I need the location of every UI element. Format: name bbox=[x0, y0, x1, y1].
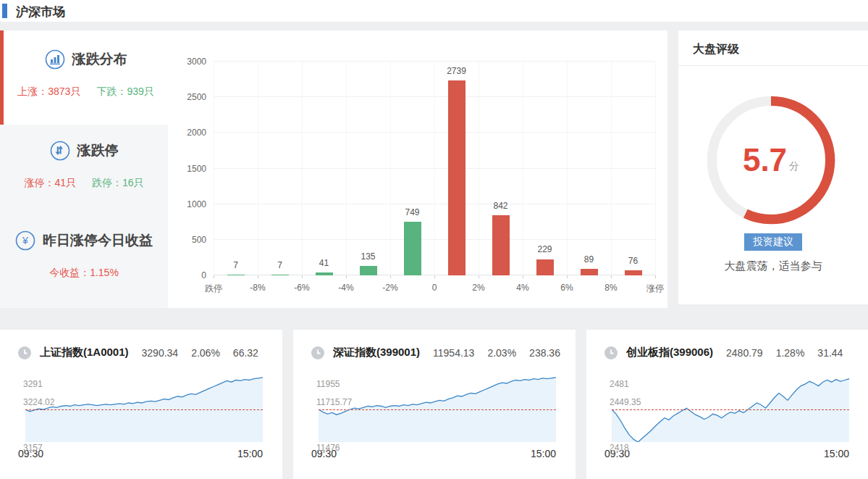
rise-fall-section[interactable]: 涨跌分布 上涨：3873只 下跌：939只 bbox=[0, 30, 168, 125]
y-axis-bottom-label: 2418 bbox=[610, 443, 629, 453]
limit-down-count: 跌停：16只 bbox=[92, 177, 144, 190]
prev-close-line bbox=[612, 409, 849, 410]
bar-chart-y-axis: 050010001500200025003000 bbox=[168, 62, 214, 275]
bar-value-label: 41 bbox=[319, 258, 329, 268]
prev-close-label: 2449.35 bbox=[610, 397, 641, 407]
svg-text:¥: ¥ bbox=[22, 235, 28, 246]
vertical-gridline bbox=[611, 62, 612, 275]
index-price: 11954.13 bbox=[433, 347, 474, 359]
bar bbox=[227, 275, 245, 275]
x-tick-label: 6% bbox=[560, 283, 573, 293]
bar-value-label: 842 bbox=[493, 201, 507, 211]
prev-close-label: 3224.02 bbox=[23, 397, 54, 407]
y-axis-bottom-label: 3157 bbox=[23, 443, 43, 453]
y-tick-label: 500 bbox=[192, 235, 206, 245]
distribution-card: 涨跌分布 上涨：3873只 下跌：939只 bbox=[0, 30, 667, 308]
x-tick-mark bbox=[611, 275, 612, 278]
yesterday-limit-section[interactable]: ¥ 昨日涨停今日收益 今收益：1.15% bbox=[0, 230, 168, 280]
section-title: 昨日涨停今日收益 bbox=[43, 231, 153, 250]
clock-icon bbox=[604, 346, 618, 359]
x-tick-mark bbox=[390, 275, 391, 278]
clock-icon bbox=[311, 346, 324, 359]
sh-index-card[interactable]: 上证指数(1A0001) 3290.34 2.06% 66.32 3291 32… bbox=[0, 330, 282, 479]
bar-value-label: 229 bbox=[537, 244, 552, 254]
stats-panel-lower: 涨跌停 涨停：41只 跌停：16只 ¥ bbox=[0, 125, 168, 308]
y-tick-label: 1500 bbox=[187, 164, 206, 174]
index-change-percent: 2.06% bbox=[191, 347, 220, 359]
bar bbox=[271, 275, 289, 275]
x-tick-mark bbox=[258, 275, 258, 278]
vertical-gridline bbox=[655, 62, 656, 275]
vertical-gridline bbox=[523, 62, 523, 275]
bar-value-label: 7 bbox=[277, 260, 282, 270]
time-close-label: 15:00 bbox=[531, 448, 556, 459]
limit-section[interactable]: 涨跌停 涨停：41只 跌停：16只 bbox=[0, 141, 168, 190]
market-rating-card: 大盘评级 5.7 分 投资建议 大盘震荡，适当参与 bbox=[678, 30, 868, 304]
prev-close-line bbox=[25, 409, 263, 410]
market-dashboard: 沪深市场 涨跌分布 bbox=[0, 0, 868, 479]
bar-value-label: 749 bbox=[405, 207, 419, 217]
sh-index-chart: 3291 3224.02 3157 bbox=[25, 377, 263, 442]
distribution-bar-chart: 050010001500200025003000 跌停-8%-6%-4%-2%0… bbox=[168, 30, 667, 308]
x-tick-mark bbox=[302, 275, 303, 278]
fall-count: 下跌：939只 bbox=[96, 86, 153, 99]
y-axis-bottom-label: 11476 bbox=[316, 443, 340, 453]
prev-close-line bbox=[319, 409, 556, 410]
prev-close-label: 11715.77 bbox=[316, 397, 352, 407]
x-tick-mark bbox=[346, 275, 347, 278]
sz-index-card[interactable]: 深证指数(399001) 11954.13 2.03% 238.36 11955… bbox=[293, 330, 576, 479]
index-change: 66.32 bbox=[233, 347, 258, 359]
index-price: 2480.79 bbox=[726, 347, 763, 359]
vertical-gridline bbox=[302, 62, 303, 275]
x-tick-label: -2% bbox=[382, 283, 397, 293]
yen-icon: ¥ bbox=[15, 230, 35, 251]
bar-value-label: 76 bbox=[628, 256, 638, 266]
divider bbox=[678, 65, 868, 66]
bar-value-label: 7 bbox=[233, 260, 238, 270]
y-tick-label: 2500 bbox=[187, 92, 206, 102]
page-title: 沪深市场 bbox=[16, 4, 65, 20]
rating-score-unit: 分 bbox=[789, 160, 799, 173]
bar bbox=[448, 80, 465, 275]
index-title: 深证指数(399001) bbox=[333, 346, 420, 359]
vertical-gridline bbox=[258, 62, 258, 275]
x-tick-label: 涨停 bbox=[646, 283, 664, 295]
cyb-index-card[interactable]: 创业板指(399006) 2480.79 1.28% 31.44 2481 24… bbox=[586, 330, 868, 479]
x-tick-mark bbox=[523, 275, 523, 278]
x-tick-label: 2% bbox=[472, 283, 484, 293]
title-accent-bar bbox=[2, 4, 7, 18]
y-tick-label: 3000 bbox=[187, 57, 206, 67]
x-tick-mark bbox=[434, 275, 435, 278]
x-tick-label: 0 bbox=[432, 283, 437, 293]
index-change: 31.44 bbox=[817, 347, 843, 359]
index-change-percent: 2.03% bbox=[487, 347, 516, 359]
advice-text: 大盘震荡，适当参与 bbox=[678, 259, 868, 273]
index-price: 3290.34 bbox=[142, 347, 179, 359]
index-title: 创业板指(399006) bbox=[626, 346, 713, 359]
bar bbox=[404, 222, 421, 275]
bar bbox=[316, 272, 333, 275]
rating-gauge: 5.7 分 bbox=[702, 91, 840, 229]
vertical-gridline bbox=[434, 62, 435, 275]
index-title: 上证指数(1A0001) bbox=[40, 346, 129, 359]
x-tick-mark bbox=[214, 275, 214, 278]
x-tick-label: -4% bbox=[338, 283, 353, 293]
bar bbox=[625, 270, 642, 276]
cyb-index-chart: 2481 2449.35 2418 bbox=[612, 377, 849, 442]
clock-icon bbox=[18, 346, 31, 359]
limit-up-count: 涨停：41只 bbox=[24, 177, 76, 190]
bar bbox=[581, 269, 598, 275]
x-tick-mark bbox=[567, 275, 568, 278]
investment-advice-button[interactable]: 投资建议 bbox=[744, 233, 802, 251]
rise-count: 上涨：3873只 bbox=[17, 86, 80, 99]
bar-value-label: 135 bbox=[361, 251, 375, 262]
x-tick-mark bbox=[655, 275, 656, 278]
stats-panel: 涨跌分布 上涨：3873只 下跌：939只 bbox=[0, 30, 168, 308]
y-axis-top-label: 3291 bbox=[23, 379, 43, 389]
y-tick-label: 1000 bbox=[187, 199, 206, 209]
bar-chart-icon bbox=[45, 49, 65, 70]
section-title: 涨跌停 bbox=[77, 141, 119, 160]
up-down-arrows-icon bbox=[50, 141, 70, 161]
vertical-gridline bbox=[567, 62, 568, 275]
page-header: 沪深市场 bbox=[0, 0, 868, 22]
